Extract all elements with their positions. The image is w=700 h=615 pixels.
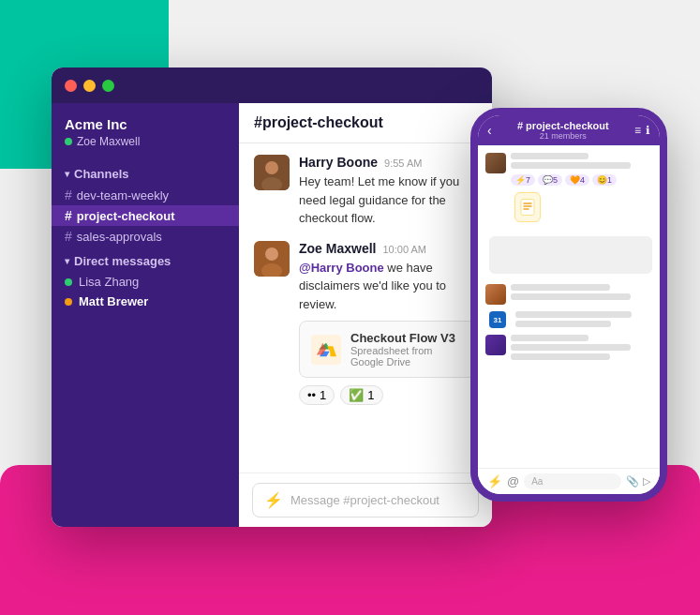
info-icon[interactable]: ℹ (646, 124, 650, 137)
reaction-count-2: 1 (367, 388, 374, 402)
ph-line (511, 153, 588, 159)
msg-author-harry: Harry Boone (299, 155, 378, 170)
message-input-area: ⚡ Message #project-checkout (239, 472, 492, 527)
message-input-box[interactable]: ⚡ Message #project-checkout (252, 483, 479, 518)
phone-status-bar: ‹ # project-checkout 21 members ≡ ℹ (478, 115, 660, 145)
dm-lisa-zhang[interactable]: Lisa Zhang (52, 272, 239, 292)
msg-time-harry: 9:55 AM (384, 158, 422, 169)
channel-name: project-checkout (77, 209, 175, 223)
hash-icon: # (65, 188, 72, 202)
ph-line (511, 344, 631, 351)
svg-point-4 (265, 248, 278, 261)
message-harry-boone: Harry Boone 9:55 AM Hey team! Let me kno… (254, 155, 477, 228)
dm-header[interactable]: ▾ Direct messages (52, 247, 239, 272)
msg-content-harry: Harry Boone 9:55 AM Hey team! Let me kno… (299, 155, 477, 228)
hash-icon: # (65, 208, 72, 223)
send-tool-icon[interactable]: ▷ (643, 475, 650, 488)
at-tool-icon[interactable]: @ (507, 474, 519, 488)
sidebar-item-dev-team-weekly[interactable]: # dev-team-weekly (52, 185, 239, 205)
ph-message-3 (485, 335, 652, 360)
app-body: Acme Inc Zoe Maxwell ▾ Channels # dev-te… (52, 103, 492, 527)
dm-name: Lisa Zhang (79, 275, 139, 289)
channel-name: sales-approvals (77, 230, 162, 244)
reaction-dots[interactable]: •• 1 (299, 385, 335, 405)
ph-gray-block (489, 236, 652, 274)
user-name: Zoe Maxwell (77, 135, 140, 148)
msg-header-harry: Harry Boone 9:55 AM (299, 155, 477, 170)
minimize-button[interactable] (83, 80, 96, 92)
svg-point-1 (265, 161, 278, 174)
ph-file-area (489, 192, 652, 222)
ph-calendar-icon: 31 (489, 311, 506, 328)
ph-line (511, 335, 588, 341)
bolt-icon: ⚡ (264, 491, 283, 509)
online-status-icon (65, 278, 72, 286)
ph-avatar-3 (485, 335, 506, 355)
ph-message-1: ⚡7 💬5 🧡4 😊1 (485, 153, 652, 186)
avatar-zoe (254, 241, 290, 277)
file-attachment[interactable]: Checkout Flow V3 Spreadsheet from Google… (299, 321, 477, 378)
msg-content-zoe: Zoe Maxwell 10:00 AM @Harry Boone we hav… (299, 241, 477, 406)
dm-name-bold: Matt Brewer (79, 294, 148, 308)
ph-reaction-2[interactable]: 💬5 (538, 174, 562, 186)
back-icon[interactable]: ‹ (487, 123, 492, 138)
chat-header: #project-checkout (239, 103, 492, 143)
sidebar-item-sales-approvals[interactable]: # sales-approvals (52, 226, 239, 247)
msg-header-zoe: Zoe Maxwell 10:00 AM (299, 241, 477, 256)
messages-list: Harry Boone 9:55 AM Hey team! Let me kno… (239, 143, 492, 472)
message-placeholder[interactable]: Message #project-checkout (290, 493, 467, 507)
ph-reaction-4[interactable]: 😊1 (592, 174, 617, 186)
phone-messages: ⚡7 💬5 🧡4 😊1 (478, 145, 660, 468)
avatar-harry (254, 155, 290, 190)
phone-toolbar: ⚡ @ Aa 📎 ▷ (478, 468, 660, 494)
google-drive-icon (311, 335, 341, 365)
svg-rect-6 (521, 200, 534, 216)
lightning-tool-icon[interactable]: ⚡ (487, 474, 502, 488)
channels-arrow-icon: ▾ (65, 169, 69, 179)
attachment-name: Checkout Flow V3 (350, 331, 465, 345)
workspace-user: Zoe Maxwell (65, 135, 226, 148)
attachment-info: Checkout Flow V3 Spreadsheet from Google… (350, 331, 465, 368)
close-button[interactable] (65, 80, 77, 92)
user-status-dot (65, 138, 72, 145)
channels-label: Channels (74, 167, 129, 181)
dm-label: Direct messages (74, 254, 171, 268)
hash-icon: # (65, 229, 72, 244)
workspace-header: Acme Inc Zoe Maxwell (52, 116, 239, 159)
attachment-tool-icon[interactable]: 📎 (626, 475, 639, 488)
ph-line (511, 162, 631, 169)
reaction-count-1: 1 (320, 388, 326, 402)
sidebar-item-project-checkout[interactable]: # project-checkout (52, 205, 239, 226)
ph-line (511, 284, 610, 291)
message-zoe-maxwell: Zoe Maxwell 10:00 AM @Harry Boone we hav… (254, 241, 477, 406)
maximize-button[interactable] (102, 80, 114, 92)
sidebar: Acme Inc Zoe Maxwell ▾ Channels # dev-te… (52, 103, 239, 527)
msg-text-harry: Hey team! Let me know if you need legal … (299, 172, 477, 228)
ph-avatar-2 (485, 284, 506, 305)
attachment-type: Spreadsheet from Google Drive (350, 345, 465, 368)
menu-icon[interactable]: ≡ (634, 124, 641, 137)
app-window: Acme Inc Zoe Maxwell ▾ Channels # dev-te… (52, 68, 492, 527)
channel-name: dev-team-weekly (77, 188, 169, 202)
ph-file-icon (514, 192, 541, 222)
ph-avatar-1 (485, 153, 506, 173)
ph-reaction-3[interactable]: 🧡4 (565, 174, 589, 186)
channels-header[interactable]: ▾ Channels (52, 159, 239, 185)
ph-line (511, 353, 610, 360)
ph-reaction-1[interactable]: ⚡7 (511, 174, 535, 186)
dm-arrow-icon: ▾ (65, 256, 69, 266)
workspace-name: Acme Inc (65, 116, 226, 132)
ph-calendar-row: 31 (489, 311, 652, 328)
phone-members-count: 21 members (517, 131, 609, 141)
reactions-row: •• 1 ✅ 1 (299, 385, 477, 405)
msg-time-zoe: 10:00 AM (382, 244, 425, 255)
reaction-emoji-1: •• (307, 388, 316, 402)
reaction-emoji-2: ✅ (349, 388, 364, 402)
phone-channel-name: # project-checkout (517, 120, 609, 131)
reaction-check[interactable]: ✅ 1 (340, 385, 382, 405)
ph-line (515, 311, 632, 318)
dm-matt-brewer[interactable]: Matt Brewer (52, 292, 239, 311)
mobile-phone: ‹ # project-checkout 21 members ≡ ℹ ⚡7 💬… (470, 108, 667, 502)
ph-message-input[interactable]: Aa (524, 473, 621, 489)
ph-line (511, 293, 631, 300)
